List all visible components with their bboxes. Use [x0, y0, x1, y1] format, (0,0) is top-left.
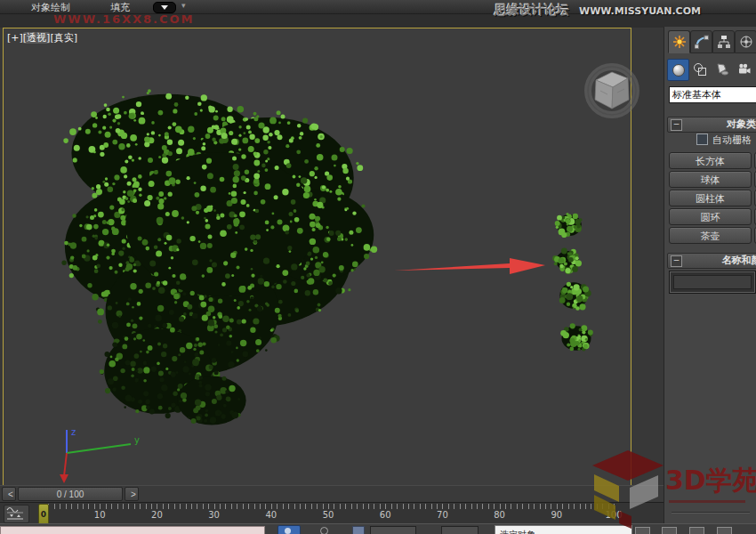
rollout-name-color[interactable]: − 名称和颜色	[667, 253, 756, 269]
track-bar[interactable]: 0102030405060708090100 0	[0, 502, 664, 525]
camera-icon	[737, 62, 752, 77]
rollout-object-type-title: 对象类型	[727, 118, 756, 130]
axis-y-label: y	[134, 435, 140, 445]
tab-create[interactable]	[668, 30, 690, 53]
subtab-cameras[interactable]	[734, 59, 754, 79]
viewcube[interactable]	[578, 57, 646, 125]
user-dot-icon	[285, 528, 291, 534]
watermark-logo-text: 3D学苑	[665, 465, 756, 496]
previous-frame-button[interactable]: <	[2, 487, 16, 501]
primitive-sphere-button[interactable]: 球体	[669, 171, 752, 188]
category-dropdown-value: 标准基本体	[672, 89, 721, 101]
autogrid-row: 自动栅格	[696, 134, 752, 147]
shapes-icon	[693, 62, 707, 77]
viewcube-cube[interactable]	[595, 72, 629, 109]
primitive-torus-button[interactable]: 圆环	[669, 208, 752, 225]
tab-hierarchy[interactable]	[712, 30, 735, 53]
tab-modify[interactable]	[690, 30, 712, 53]
motion-wheel-icon	[739, 35, 753, 49]
world-axis-gizmo: z y	[48, 423, 146, 487]
subtab-shapes[interactable]	[689, 59, 710, 79]
timeline-tick-label: 40	[265, 510, 277, 520]
primitive-cylinder-button[interactable]: 圆柱体	[669, 190, 752, 206]
watermark-missyuan: 思缘设计论坛 WWW.MISSYUAN.COM	[495, 1, 701, 19]
viewport-pov-menu[interactable]: [透视]	[23, 32, 51, 44]
selection-lock-icon[interactable]	[320, 527, 328, 534]
time-slider-value[interactable]: 0 / 100	[18, 487, 123, 501]
dropdown-triangle-icon	[161, 5, 168, 10]
axis-z-label: z	[71, 427, 76, 437]
subtab-lights[interactable]	[712, 59, 732, 79]
watermark-forum-name: 思缘设计论坛	[495, 3, 569, 17]
grid-icon[interactable]	[352, 526, 365, 534]
primitive-box-button[interactable]: 长方体	[669, 152, 752, 169]
next-frame-button[interactable]: >	[125, 487, 139, 501]
coordinate-field-x[interactable]	[370, 526, 416, 534]
category-dropdown[interactable]: 标准基本体	[669, 86, 756, 103]
axis-x-arrowhead	[60, 474, 68, 483]
watermark-3d-logo: 3D学苑	[576, 425, 756, 534]
timeline-tick-label: 70	[437, 510, 448, 520]
subtab-geometry[interactable]	[667, 59, 689, 81]
object-name-value[interactable]	[673, 275, 752, 289]
timeline-tick-label: 80	[494, 510, 505, 520]
annotation-arrow	[382, 254, 551, 280]
maxscript-mini-listener[interactable]	[0, 526, 265, 534]
light-spotlight-icon	[715, 62, 729, 77]
create-sun-icon	[672, 35, 687, 49]
timeline-tick-label: 20	[151, 510, 163, 520]
menubar-caret-icon[interactable]: ▾	[181, 1, 186, 10]
foliage-objects	[4, 28, 630, 484]
viewport-shading-menu[interactable]: [真实]	[50, 32, 77, 44]
curve-editor-icon	[4, 506, 27, 521]
coordinate-field-y[interactable]	[441, 526, 479, 534]
timeline-tick-label: 30	[208, 510, 220, 520]
timeline-tick-label: 10	[94, 510, 106, 520]
primitive-teapot-button[interactable]: 茶壶	[669, 227, 752, 244]
timeline-tick-label: 90	[551, 510, 562, 520]
viewport-label: [+][透视][真实]	[7, 31, 77, 44]
timeline-tick-label: 60	[380, 510, 391, 520]
tab-motion[interactable]	[735, 30, 756, 53]
isolate-selection-icon[interactable]	[277, 525, 301, 534]
watermark-forum-url: WWW.MISSYUAN.COM	[579, 5, 701, 17]
geometry-sphere-icon	[672, 63, 686, 77]
modify-curve-icon	[695, 35, 709, 49]
collapse-minus-icon[interactable]: −	[671, 255, 682, 267]
time-slider-handle[interactable]: 0	[38, 504, 49, 525]
perspective-viewport[interactable]: [+][透视][真实] z y	[3, 28, 631, 486]
autogrid-label: 自动栅格	[712, 134, 752, 146]
hierarchy-icon	[717, 35, 731, 49]
rollout-name-color-title: 名称和颜色	[722, 255, 756, 266]
collapse-minus-icon[interactable]: −	[671, 119, 682, 131]
autogrid-checkbox[interactable]	[696, 134, 708, 145]
viewport-general-menu[interactable]: [+]	[7, 32, 23, 44]
object-name-field[interactable]	[669, 271, 756, 294]
rollout-object-type[interactable]: − 对象类型	[667, 117, 756, 133]
mini-curve-editor-button[interactable]	[4, 505, 29, 523]
timeline-tick-label: 50	[323, 510, 334, 520]
3dsmax-window: 对象绘制 填充 ▾ 思缘设计论坛 WWW.MISSYUAN.COM WWW.16…	[0, 0, 756, 534]
watermark-red-url: WWW.16XX8.COM	[53, 12, 195, 26]
